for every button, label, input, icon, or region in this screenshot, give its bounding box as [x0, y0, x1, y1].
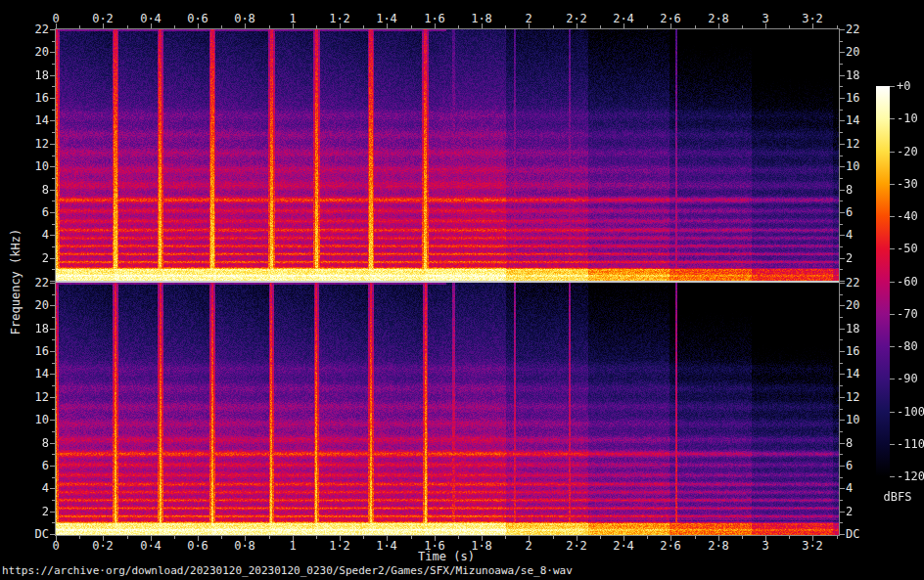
freq-tick [840, 201, 843, 201]
spectrogram-figure: Frequency (kHz) 000·20·20·40·40·60·60·80… [0, 0, 924, 580]
freq-tick-label: 10 [18, 414, 49, 426]
colorbar-tick [890, 152, 895, 153]
freq-tick [52, 500, 55, 501]
freq-tick-label: 4 [18, 229, 49, 242]
freq-tick [50, 283, 55, 284]
time-tick-label: 0·8 [225, 540, 264, 553]
freq-tick [50, 120, 55, 121]
freq-tick-label: 16 [18, 345, 49, 358]
freq-tick-label: 14 [18, 114, 49, 127]
freq-tick [840, 454, 843, 455]
time-tick [174, 536, 175, 539]
freq-tick [50, 420, 55, 421]
freq-tick [52, 224, 55, 225]
time-tick [411, 536, 412, 539]
freq-tick [52, 132, 55, 133]
time-tick [647, 536, 648, 539]
freq-tick [840, 98, 845, 99]
time-tick [269, 25, 270, 28]
freq-tick [840, 246, 843, 247]
colorbar-tick [890, 476, 895, 477]
freq-tick-label: 6 [18, 460, 49, 472]
freq-tick [52, 156, 55, 156]
time-tick-label: 0·6 [178, 540, 217, 553]
freq-tick [50, 258, 55, 259]
freq-tick [840, 466, 845, 467]
freq-tick [840, 132, 843, 133]
freq-tick [50, 305, 55, 306]
freq-tick [52, 201, 55, 201]
colorbar-gradient [876, 86, 890, 476]
time-tick-label: 3·2 [793, 540, 832, 553]
time-tick [316, 536, 317, 539]
colorbar-tick-label: -20 [897, 146, 924, 158]
time-tick [79, 536, 80, 539]
time-tick-label: 3·2 [793, 13, 832, 25]
spectrogram-channel-1 [56, 29, 839, 281]
freq-tick [840, 224, 843, 225]
freq-tick [840, 305, 845, 306]
time-tick-label: 1 [273, 13, 312, 25]
freq-tick [840, 500, 843, 501]
freq-tick [52, 269, 55, 270]
freq-tick [840, 351, 845, 352]
time-tick [695, 25, 696, 28]
time-tick-label: 2 [509, 540, 548, 553]
time-tick-label: 1·8 [462, 13, 501, 25]
freq-tick [52, 64, 55, 65]
freq-tick [840, 110, 843, 111]
colorbar-tick-label: +0 [897, 80, 924, 93]
freq-tick-label: 6 [18, 206, 49, 219]
freq-tick [840, 166, 845, 167]
freq-tick [52, 86, 55, 87]
time-tick [505, 25, 506, 28]
time-tick [742, 536, 743, 539]
freq-tick-label: 20 [18, 46, 49, 59]
freq-tick [840, 534, 845, 535]
time-tick-label: 2·4 [604, 540, 643, 553]
freq-tick [840, 329, 845, 330]
freq-tick [50, 488, 55, 489]
colorbar-title: dBFS [876, 491, 919, 504]
freq-tick [50, 75, 55, 76]
freq-tick [52, 431, 55, 432]
freq-tick [50, 534, 55, 535]
freq-tick-label: 8 [18, 184, 49, 197]
colorbar-tick [890, 216, 895, 217]
time-tick-label: 2·8 [699, 13, 738, 25]
time-tick-label: 2·4 [604, 13, 643, 25]
time-tick [837, 536, 838, 539]
time-tick [837, 25, 838, 28]
freq-tick [50, 443, 55, 444]
freq-tick [50, 166, 55, 167]
time-tick [600, 536, 601, 539]
colorbar-tick-label: -40 [897, 210, 924, 223]
colorbar-tick-label: -110 [897, 438, 924, 451]
time-tick-label: 0·4 [131, 540, 170, 553]
colorbar-tick-label: -80 [897, 340, 924, 353]
colorbar-tick-label: -70 [897, 308, 924, 321]
time-tick [127, 536, 128, 539]
freq-tick [52, 41, 55, 42]
freq-tick [840, 144, 845, 145]
freq-tick-label: 12 [18, 138, 49, 151]
colorbar-tick [890, 86, 895, 87]
freq-tick [52, 409, 55, 410]
time-axis-title: Time (s) [388, 551, 505, 563]
freq-tick [840, 52, 845, 53]
time-tick [458, 25, 459, 28]
freq-tick-label: DC [846, 528, 885, 541]
freq-tick [840, 522, 843, 523]
freq-tick [50, 52, 55, 53]
freq-tick [52, 178, 55, 179]
freq-tick-label: 20 [18, 299, 49, 312]
colorbar-tick [890, 444, 895, 445]
time-tick-label: 0·4 [131, 13, 170, 25]
colorbar-tick-label: -100 [897, 406, 924, 419]
freq-tick [50, 351, 55, 352]
freq-tick [840, 385, 843, 386]
freq-tick [840, 29, 845, 30]
freq-tick-label: 4 [18, 482, 49, 495]
freq-tick-label: 22 [846, 23, 885, 36]
time-tick-label: 0 [36, 540, 75, 553]
